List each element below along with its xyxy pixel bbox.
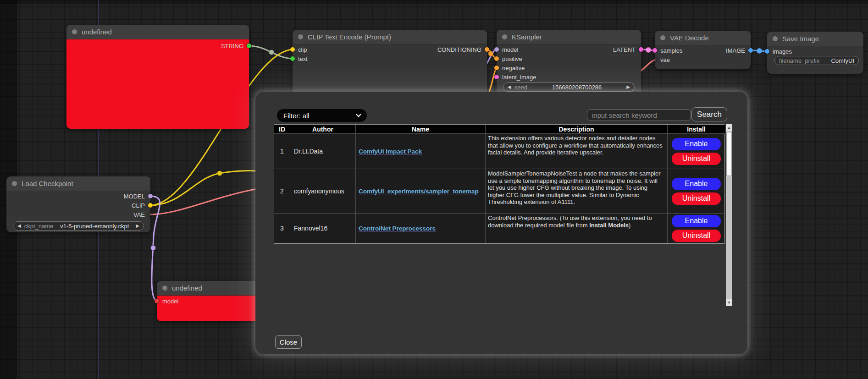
model-port-dot[interactable]: [155, 299, 159, 303]
widget-label: seed: [514, 84, 527, 91]
left-arrow-icon[interactable]: ◀: [17, 224, 21, 228]
node-title-bar[interactable]: undefined: [157, 281, 259, 296]
text-port-dot[interactable]: [290, 56, 295, 61]
extension-link[interactable]: ComfyUI_experiments/sampler_tonemap: [359, 188, 479, 195]
string-port-dot[interactable]: [247, 44, 251, 48]
close-button[interactable]: Close: [275, 335, 302, 349]
seed-widget[interactable]: ◀ seed 156680208700286 ▶: [503, 82, 635, 92]
node-collapse-dot[interactable]: [298, 34, 303, 39]
row-description: ControlNet Preprocessors. (To use this e…: [486, 214, 668, 243]
vae-out-dot[interactable]: [148, 212, 153, 217]
widget-label: ckpt_name: [24, 223, 54, 230]
clip-port-dot[interactable]: [290, 47, 295, 52]
search-button[interactable]: Search: [691, 107, 727, 121]
node-title: undefined: [82, 28, 112, 36]
input-port-negative[interactable]: negative: [494, 65, 525, 71]
samples-port-dot[interactable]: [652, 48, 657, 53]
node-vae-decode[interactable]: VAE Decode samples vae IMAGE: [655, 31, 751, 69]
uninstall-button[interactable]: Uninstall: [672, 192, 721, 205]
input-port-images[interactable]: images: [765, 48, 792, 55]
scroll-up-icon[interactable]: ▲: [726, 124, 732, 131]
node-save-image[interactable]: Save Image images filename_prefix ComfyU…: [767, 32, 863, 74]
node-collapse-dot[interactable]: [502, 34, 507, 39]
node-title-bar[interactable]: VAE Decode: [655, 31, 751, 45]
scrollbar-thumb[interactable]: [726, 132, 732, 176]
col-header-description: Description: [486, 125, 668, 134]
right-arrow-icon[interactable]: ▶: [626, 85, 630, 89]
ckpt-name-widget[interactable]: ◀ ckpt_name v1-5-pruned-emaonly.ckpt ▶: [13, 221, 144, 231]
output-port-vae[interactable]: VAE: [133, 211, 153, 218]
node-title-bar[interactable]: CLIP Text Encode (Prompt): [293, 30, 487, 44]
port-label: images: [773, 48, 792, 55]
input-port-samples[interactable]: samples: [652, 47, 682, 54]
node-clip-text-encode[interactable]: CLIP Text Encode (Prompt) clip text COND…: [293, 30, 487, 99]
extension-link[interactable]: ComfyUI Impact Pack: [359, 148, 422, 155]
output-port-image[interactable]: IMAGE: [726, 47, 753, 54]
output-port-model[interactable]: MODEL: [124, 193, 153, 199]
row-author: Fannovel16: [290, 214, 356, 243]
col-header-id: ID: [274, 125, 290, 134]
description-text: This extension offers various detector n…: [488, 135, 663, 156]
node-title-bar[interactable]: Load Checkpoint: [6, 176, 150, 191]
conditioning-port-dot[interactable]: [485, 47, 489, 52]
input-port-model[interactable]: model: [155, 298, 178, 304]
node-ksampler[interactable]: KSampler model positive negative latent_…: [497, 30, 641, 98]
node-title-bar[interactable]: undefined: [66, 25, 249, 39]
input-port-text[interactable]: text: [290, 55, 308, 62]
enable-button[interactable]: Enable: [672, 215, 721, 227]
port-label: CONDITIONING: [437, 46, 481, 53]
row-author: Dr.Lt.Data: [290, 134, 356, 169]
enable-button[interactable]: Enable: [672, 138, 721, 150]
output-port-clip[interactable]: CLIP: [132, 202, 153, 209]
extension-link[interactable]: ControlNet Preprocessors: [359, 225, 436, 232]
input-port-clip[interactable]: clip: [290, 46, 307, 53]
node-title: undefined: [172, 284, 202, 292]
enable-button[interactable]: Enable: [672, 178, 721, 190]
node-title: Save Image: [782, 35, 819, 43]
node-collapse-dot[interactable]: [162, 286, 167, 291]
scroll-down-icon[interactable]: ▼: [726, 299, 732, 306]
clip-out-dot[interactable]: [148, 203, 153, 208]
uninstall-button[interactable]: Uninstall: [672, 153, 721, 165]
input-port-vae[interactable]: vae: [652, 56, 670, 63]
latent-port-dot[interactable]: [494, 75, 499, 79]
comfyui-canvas[interactable]: undefined STRING CLIP Text Encode (Promp…: [0, 0, 868, 379]
vae-port-dot[interactable]: [652, 57, 657, 62]
port-label: vae: [660, 56, 670, 63]
row-install: Enable Uninstall: [668, 214, 725, 243]
node-undefined-2[interactable]: undefined model: [157, 281, 259, 321]
input-port-model[interactable]: model: [494, 46, 518, 53]
images-port-dot[interactable]: [765, 49, 769, 54]
node-title-bar[interactable]: KSampler: [497, 30, 641, 44]
node-title-bar[interactable]: Save Image: [767, 32, 863, 46]
node-collapse-dot[interactable]: [12, 181, 17, 186]
model-out-dot[interactable]: [148, 194, 153, 198]
negative-port-dot[interactable]: [494, 66, 499, 70]
output-port-string[interactable]: STRING: [221, 43, 251, 49]
node-undefined-1[interactable]: undefined STRING: [66, 25, 249, 129]
row-id: 3: [274, 214, 290, 243]
port-label: model: [162, 298, 178, 305]
table-scrollbar[interactable]: ▲ ▼: [726, 124, 732, 306]
input-port-positive[interactable]: positive: [494, 55, 522, 62]
port-label: clip: [298, 46, 307, 53]
uninstall-button[interactable]: Uninstall: [672, 230, 721, 242]
col-header-author: Author: [290, 125, 356, 134]
positive-port-dot[interactable]: [494, 56, 499, 61]
node-load-checkpoint[interactable]: Load Checkpoint MODEL CLIP VAE ◀ ckpt_na…: [6, 176, 150, 232]
node-collapse-dot[interactable]: [72, 29, 77, 34]
model-port-dot[interactable]: [494, 47, 499, 52]
row-install: Enable Uninstall: [668, 169, 725, 214]
node-collapse-dot[interactable]: [660, 35, 665, 40]
latent-out-dot[interactable]: [639, 47, 643, 52]
filter-select[interactable]: Filter: all: [277, 109, 367, 122]
node-collapse-dot[interactable]: [773, 36, 778, 41]
output-port-latent[interactable]: LATENT: [613, 46, 643, 53]
filename-prefix-widget[interactable]: filename_prefix ComfyUI: [774, 56, 859, 65]
input-port-latent-image[interactable]: latent_image: [494, 74, 536, 80]
right-arrow-icon[interactable]: ▶: [136, 224, 139, 228]
output-port-conditioning[interactable]: CONDITIONING: [437, 46, 489, 53]
search-input[interactable]: [587, 109, 691, 121]
left-arrow-icon[interactable]: ◀: [508, 85, 511, 89]
image-port-dot[interactable]: [748, 48, 753, 53]
